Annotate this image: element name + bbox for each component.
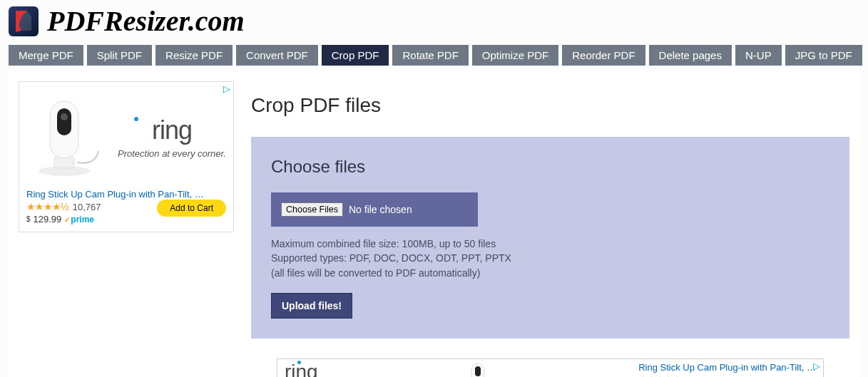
nav-item-crop-pdf[interactable]: Crop PDF	[322, 45, 389, 66]
prime-badge: prime	[64, 215, 94, 224]
upload-files-button[interactable]: Upload files!	[271, 293, 352, 319]
star-rating-icon: ★★★★★	[638, 374, 681, 377]
nav-item-n-up[interactable]: N-UP	[735, 45, 782, 66]
svg-rect-3	[57, 108, 71, 135]
choose-files-button[interactable]: Choose Files	[281, 202, 343, 217]
nav-item-split-pdf[interactable]: Split PDF	[87, 45, 152, 66]
ad-product-title[interactable]: Ring Stick Up Cam Plug-in with Pan-Tilt,…	[26, 189, 226, 200]
nav-item-merge-pdf[interactable]: Merge PDF	[9, 45, 83, 66]
ring-dot-icon	[297, 361, 301, 364]
nav-item-convert-pdf[interactable]: Convert PDF	[236, 45, 318, 66]
add-to-cart-button[interactable]: Add to Cart	[157, 200, 226, 217]
currency: $	[26, 215, 31, 223]
nav-item-optimize-pdf[interactable]: Optimize PDF	[472, 45, 558, 66]
nav-item-resize-pdf[interactable]: Resize PDF	[155, 45, 233, 66]
ring-logo: ring	[285, 361, 318, 377]
price: $ 129.99 prime	[26, 214, 101, 224]
nav-item-rotate-pdf[interactable]: Rotate PDF	[392, 45, 468, 66]
ring-brand-text: ring	[152, 115, 192, 145]
site-header: PDFResizer.com	[0, 0, 868, 42]
choose-files-panel: Choose files Choose Files No file chosen…	[251, 137, 849, 339]
svg-rect-6	[475, 366, 481, 376]
ad-brand-block: ring Protection at every corner.	[118, 115, 226, 159]
hint-line-3: (all files will be converted to PDF auto…	[271, 266, 829, 280]
upload-hints: Maximum combined file size: 100MB, up to…	[271, 237, 829, 280]
main-nav: Merge PDFSplit PDFResize PDFConvert PDFC…	[0, 42, 868, 68]
adchoices-icon[interactable]: ▷	[223, 83, 230, 94]
product-image	[26, 91, 112, 183]
ad-hero: ring Protection at every corner.	[19, 82, 233, 186]
ad-tagline: Protection at every corner.	[118, 148, 226, 159]
site-title: PDFResizer.com	[47, 4, 245, 38]
review-count[interactable]: 10,767	[73, 202, 101, 212]
hint-line-1: Maximum combined file size: 100MB, up to…	[271, 237, 829, 251]
content-area: ▷ ring Protection at every corner.	[9, 68, 859, 377]
product-image	[467, 362, 489, 377]
main-column: Crop PDF files Choose files Choose Files…	[251, 81, 849, 377]
ring-logo: ring	[118, 115, 226, 145]
choose-files-heading: Choose files	[271, 157, 829, 177]
nav-item-reorder-pdf[interactable]: Reorder PDF	[562, 45, 645, 66]
nav-item-jpg-to-pdf[interactable]: JPG to PDF	[785, 45, 862, 66]
price-value: 129.99	[34, 214, 62, 224]
pdf-logo-icon	[9, 6, 39, 36]
bottom-ad-banner[interactable]: ▷ ring Ring Stick Up Cam Plug-in with Pa…	[277, 358, 824, 377]
page-title: Crop PDF files	[251, 94, 849, 117]
ring-brand-text: ring	[285, 361, 318, 377]
svg-point-4	[61, 113, 68, 120]
hint-line-2: Supported types: PDF, DOC, DOCX, ODT, PP…	[271, 251, 829, 265]
ad-product-title[interactable]: Ring Stick Up Cam Plug-in with Pan-Tilt,…	[638, 362, 816, 373]
nav-item-delete-pages[interactable]: Delete pages	[649, 45, 732, 66]
adchoices-icon[interactable]: ▷	[813, 361, 820, 371]
ring-dot-icon	[134, 117, 138, 121]
file-input-widget[interactable]: Choose Files No file chosen	[271, 192, 478, 227]
sidebar-ad[interactable]: ▷ ring Protection at every corner.	[19, 81, 234, 232]
ad-details: Ring Stick Up Cam Plug-in with Pan-Tilt,…	[19, 186, 233, 232]
file-chosen-status: No file chosen	[349, 204, 412, 215]
star-rating-icon: ★★★★½	[26, 201, 68, 212]
